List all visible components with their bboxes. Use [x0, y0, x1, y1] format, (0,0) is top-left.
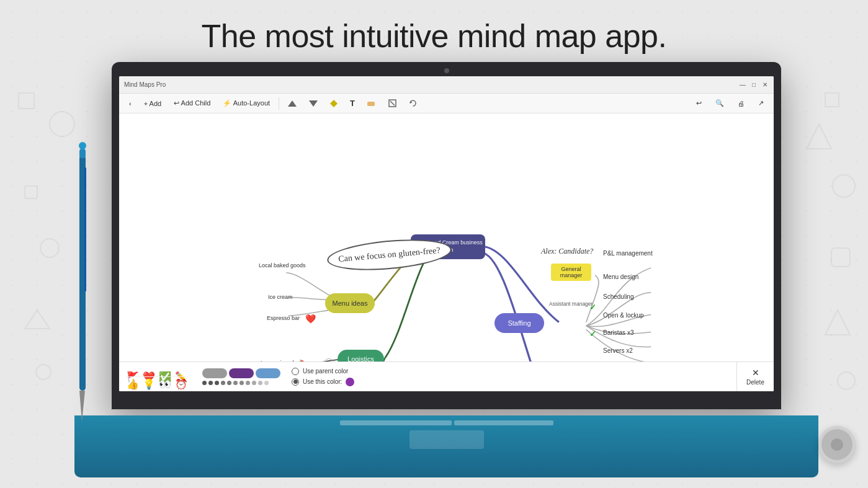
svg-marker-13	[79, 391, 85, 422]
back-button[interactable]: ‹	[124, 96, 136, 111]
color-options: Use parent color Use this color:	[292, 368, 354, 386]
emoji-icons-group2: 👍 💡 👀 ⏰	[127, 376, 187, 390]
svg-marker-10	[25, 310, 50, 329]
add-child-button[interactable]: ↩ Add Child	[169, 96, 215, 111]
eyes-emoji[interactable]: 👀	[159, 378, 171, 390]
svg-rect-3	[831, 248, 850, 267]
bulb-emoji[interactable]: 💡	[143, 378, 155, 390]
stylus-pen	[74, 136, 90, 434]
svg-rect-20	[367, 102, 375, 106]
keyboard	[74, 415, 818, 477]
selected-color-dot[interactable]	[346, 378, 354, 386]
shape-diamond-icon[interactable]	[325, 96, 342, 111]
menu-design-label: Menu design	[603, 273, 638, 280]
mindmap-canvas[interactable]: Coffee and Cream business plan Staffing …	[119, 113, 774, 391]
touchpad	[409, 430, 484, 449]
speaker-cylinder	[818, 426, 856, 463]
crop-icon[interactable]	[383, 96, 401, 111]
svg-marker-5	[825, 310, 850, 335]
svg-rect-6	[25, 186, 37, 198]
app-name: Mind Maps Pro	[124, 81, 166, 88]
minimize-button[interactable]: —	[739, 81, 746, 89]
toolbar-separator	[279, 97, 279, 110]
baristas-label: Baristas x3	[603, 329, 633, 336]
open-lockup-label: Open & lockup	[603, 312, 644, 319]
auto-layout-button[interactable]: ⚡ Auto-Layout	[218, 96, 275, 111]
laptop-screen: Mind Maps Pro — □ ✕ ‹ + Add ↩ Add Child …	[119, 76, 774, 391]
svg-marker-19	[330, 100, 338, 107]
laptop-screen-frame: Mind Maps Pro — □ ✕ ‹ + Add ↩ Add Child …	[112, 62, 781, 409]
shape-down-icon[interactable]	[283, 96, 302, 111]
camera	[444, 68, 449, 73]
close-icon: ✕	[752, 368, 759, 378]
local-baked-label: Local baked goods	[259, 262, 306, 269]
pl-management-label: P&L management	[603, 250, 653, 257]
svg-marker-17	[288, 100, 297, 107]
use-this-color-radio[interactable]	[292, 378, 299, 386]
titlebar: Mind Maps Pro — □ ✕	[119, 76, 774, 94]
general-manager-node[interactable]: General manager	[551, 264, 591, 281]
delete-button[interactable]: ✕ Delete	[736, 362, 774, 391]
rotate-icon[interactable]	[404, 96, 422, 111]
color-gray[interactable]	[202, 368, 227, 378]
text-icon[interactable]: T	[345, 96, 360, 111]
thumbs-emoji[interactable]: 👍	[127, 378, 139, 390]
share-button[interactable]: ↗	[753, 96, 769, 111]
svg-rect-8	[825, 93, 839, 107]
asst-manager-label: Assistant manager	[549, 301, 593, 307]
svg-point-7	[833, 175, 855, 197]
color-strips	[202, 368, 280, 385]
heart-emoji: ❤️	[305, 314, 316, 324]
servers-label: Servers x2	[603, 347, 633, 354]
maximize-button[interactable]: □	[750, 81, 758, 89]
scheduling-label: Scheduling	[603, 293, 633, 300]
svg-rect-0	[19, 93, 34, 109]
svg-point-1	[40, 239, 59, 257]
use-this-color-label: Use this color:	[303, 378, 342, 385]
back-icon: ‹	[129, 100, 132, 107]
svg-line-22	[390, 101, 395, 105]
espresso-label: Espresso bar	[267, 315, 300, 321]
svg-point-4	[36, 365, 51, 379]
svg-rect-15	[79, 149, 86, 158]
svg-point-16	[79, 142, 86, 149]
color-blue[interactable]	[256, 368, 280, 378]
alarm-emoji[interactable]: ⏰	[175, 378, 187, 390]
dots-row	[202, 381, 280, 385]
svg-point-9	[50, 112, 74, 136]
main-heading: The most intuitive mind map app.	[0, 17, 868, 55]
search-button[interactable]: 🔍	[710, 96, 729, 111]
color-purple[interactable]	[229, 368, 254, 378]
svg-marker-18	[309, 100, 318, 107]
checkmark-baristas: ✓	[589, 329, 596, 339]
print-button[interactable]: 🖨	[733, 96, 749, 111]
shape-up-icon[interactable]	[304, 96, 323, 111]
use-parent-color-label: Use parent color	[303, 368, 348, 375]
ice-cream-label: Ice cream	[268, 294, 293, 300]
menu-ideas-node[interactable]: Menu ideas	[325, 293, 375, 313]
delete-label: Delete	[746, 379, 764, 386]
add-button[interactable]: + Add	[139, 96, 166, 111]
canvas-bottom-toolbar: 🚩 ❤️ ✅ ✏️ 👍 💡 👀 ⏰	[119, 362, 774, 391]
svg-rect-14	[84, 167, 86, 291]
close-button[interactable]: ✕	[761, 81, 769, 89]
laptop-wrapper: Mind Maps Pro — □ ✕ ‹ + Add ↩ Add Child …	[74, 62, 818, 488]
undo-button[interactable]: ↩	[691, 96, 707, 111]
use-parent-color-radio[interactable]	[292, 368, 299, 375]
toolbar: ‹ + Add ↩ Add Child ⚡ Auto-Layout T	[119, 94, 774, 113]
eraser-icon[interactable]	[362, 96, 381, 111]
svg-rect-11	[838, 372, 855, 389]
staffing-node[interactable]: Staffing	[494, 313, 544, 333]
alex-label: Alex: Candidate?	[541, 247, 593, 256]
